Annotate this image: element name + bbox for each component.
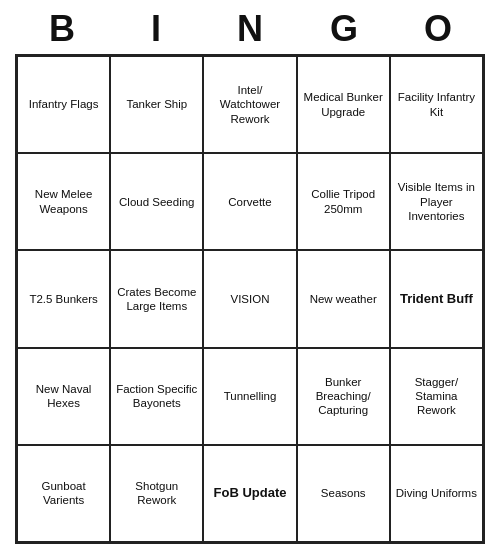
bingo-cell-23: Seasons [297,445,390,542]
bingo-cell-3: Medical Bunker Upgrade [297,56,390,153]
bingo-cell-16: Faction Specific Bayonets [110,348,203,445]
bingo-cell-2: Intel/ Watchtower Rework [203,56,296,153]
bingo-cell-18: Bunker Breaching/ Capturing [297,348,390,445]
bingo-cell-17: Tunnelling [203,348,296,445]
bingo-cell-6: Cloud Seeding [110,153,203,250]
bingo-cell-21: Shotgun Rework [110,445,203,542]
bingo-cell-13: New weather [297,250,390,347]
bingo-cell-4: Facility Infantry Kit [390,56,483,153]
bingo-cell-20: Gunboat Varients [17,445,110,542]
bingo-cell-9: Visible Items in Player Inventories [390,153,483,250]
bingo-letter-o: O [408,8,468,50]
bingo-cell-1: Tanker Ship [110,56,203,153]
bingo-cell-7: Corvette [203,153,296,250]
bingo-cell-14: Trident Buff [390,250,483,347]
bingo-cell-0: Infantry Flags [17,56,110,153]
bingo-letter-g: G [314,8,374,50]
bingo-cell-19: Stagger/ Stamina Rework [390,348,483,445]
bingo-grid: Infantry FlagsTanker ShipIntel/ Watchtow… [15,54,485,544]
bingo-cell-24: Diving Uniforms [390,445,483,542]
bingo-cell-15: New Naval Hexes [17,348,110,445]
bingo-letter-n: N [220,8,280,50]
bingo-title: BINGO [15,0,485,54]
bingo-letter-b: B [32,8,92,50]
bingo-cell-5: New Melee Weapons [17,153,110,250]
bingo-cell-8: Collie Tripod 250mm [297,153,390,250]
bingo-letter-i: I [126,8,186,50]
bingo-cell-22: FoB Update [203,445,296,542]
bingo-cell-12: VISION [203,250,296,347]
bingo-cell-11: Crates Become Large Items [110,250,203,347]
bingo-cell-10: T2.5 Bunkers [17,250,110,347]
